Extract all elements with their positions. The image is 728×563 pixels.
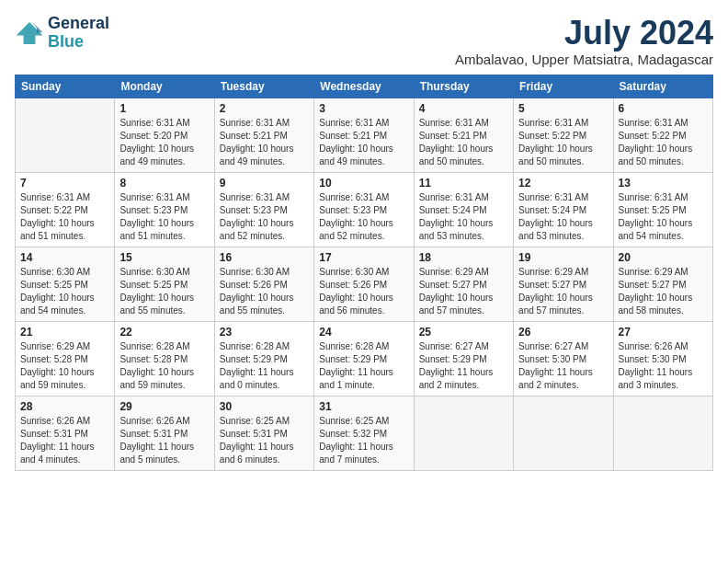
day-number: 23	[220, 326, 309, 339]
day-info: Sunrise: 6:29 AM Sunset: 5:27 PM Dayligh…	[419, 266, 508, 317]
day-info: Sunrise: 6:31 AM Sunset: 5:22 PM Dayligh…	[20, 191, 109, 243]
calendar-cell: 16Sunrise: 6:30 AM Sunset: 5:26 PM Dayli…	[214, 247, 313, 321]
calendar-week-3: 14Sunrise: 6:30 AM Sunset: 5:25 PM Dayli…	[16, 247, 713, 321]
calendar-cell: 13Sunrise: 6:31 AM Sunset: 5:25 PM Dayli…	[613, 172, 712, 247]
day-number: 20	[619, 251, 708, 264]
day-number: 22	[119, 326, 209, 339]
calendar-cell: 30Sunrise: 6:25 AM Sunset: 5:31 PM Dayli…	[214, 396, 313, 470]
day-header-sunday: Sunday	[16, 75, 115, 98]
day-info: Sunrise: 6:30 AM Sunset: 5:25 PM Dayligh…	[20, 266, 109, 317]
calendar-header-row: SundayMondayTuesdayWednesdayThursdayFrid…	[16, 75, 713, 98]
day-number: 11	[419, 177, 508, 190]
day-number: 15	[119, 251, 209, 264]
calendar-cell: 2Sunrise: 6:31 AM Sunset: 5:21 PM Daylig…	[214, 98, 313, 172]
day-info: Sunrise: 6:31 AM Sunset: 5:21 PM Dayligh…	[419, 117, 508, 168]
calendar-table: SundayMondayTuesdayWednesdayThursdayFrid…	[15, 75, 713, 471]
calendar-cell: 20Sunrise: 6:29 AM Sunset: 5:27 PM Dayli…	[613, 247, 712, 321]
day-header-wednesday: Wednesday	[314, 75, 414, 98]
calendar-cell: 7Sunrise: 6:31 AM Sunset: 5:22 PM Daylig…	[16, 172, 115, 247]
day-number: 21	[20, 326, 109, 339]
day-info: Sunrise: 6:27 AM Sunset: 5:29 PM Dayligh…	[419, 340, 508, 392]
day-header-monday: Monday	[115, 75, 214, 98]
page-header: General Blue July 2024 Ambalavao, Upper …	[15, 15, 713, 67]
day-number: 30	[220, 400, 309, 413]
day-info: Sunrise: 6:31 AM Sunset: 5:25 PM Dayligh…	[619, 191, 708, 243]
calendar-week-1: 1Sunrise: 6:31 AM Sunset: 5:20 PM Daylig…	[16, 98, 713, 172]
day-info: Sunrise: 6:31 AM Sunset: 5:23 PM Dayligh…	[119, 191, 209, 243]
day-info: Sunrise: 6:29 AM Sunset: 5:28 PM Dayligh…	[20, 340, 109, 392]
day-number: 26	[518, 326, 608, 339]
day-header-friday: Friday	[514, 75, 613, 98]
calendar-cell	[514, 396, 613, 470]
day-info: Sunrise: 6:31 AM Sunset: 5:22 PM Dayligh…	[518, 117, 608, 168]
day-info: Sunrise: 6:28 AM Sunset: 5:29 PM Dayligh…	[220, 340, 309, 392]
day-number: 14	[20, 251, 109, 264]
calendar-cell: 19Sunrise: 6:29 AM Sunset: 5:27 PM Dayli…	[514, 247, 613, 321]
day-number: 6	[619, 102, 708, 115]
day-info: Sunrise: 6:31 AM Sunset: 5:24 PM Dayligh…	[419, 191, 508, 243]
day-info: Sunrise: 6:26 AM Sunset: 5:31 PM Dayligh…	[119, 415, 209, 466]
calendar-cell: 27Sunrise: 6:26 AM Sunset: 5:30 PM Dayli…	[613, 321, 712, 396]
calendar-cell: 31Sunrise: 6:25 AM Sunset: 5:32 PM Dayli…	[314, 396, 414, 470]
calendar-cell: 15Sunrise: 6:30 AM Sunset: 5:25 PM Dayli…	[115, 247, 214, 321]
day-info: Sunrise: 6:27 AM Sunset: 5:30 PM Dayligh…	[518, 340, 608, 392]
day-number: 31	[319, 400, 408, 413]
day-number: 5	[518, 102, 608, 115]
calendar-cell	[414, 396, 513, 470]
day-number: 17	[319, 251, 408, 264]
day-info: Sunrise: 6:25 AM Sunset: 5:32 PM Dayligh…	[319, 415, 408, 466]
day-info: Sunrise: 6:30 AM Sunset: 5:26 PM Dayligh…	[220, 266, 309, 317]
day-number: 10	[319, 177, 408, 190]
day-info: Sunrise: 6:31 AM Sunset: 5:24 PM Dayligh…	[518, 191, 608, 243]
day-number: 7	[20, 177, 109, 190]
day-number: 8	[119, 177, 209, 190]
day-info: Sunrise: 6:26 AM Sunset: 5:30 PM Dayligh…	[619, 340, 708, 392]
logo: General Blue	[15, 15, 109, 52]
logo-icon	[15, 20, 44, 46]
day-info: Sunrise: 6:31 AM Sunset: 5:20 PM Dayligh…	[119, 117, 209, 168]
day-header-tuesday: Tuesday	[214, 75, 313, 98]
day-info: Sunrise: 6:30 AM Sunset: 5:25 PM Dayligh…	[119, 266, 209, 317]
day-number: 19	[518, 251, 608, 264]
day-number: 2	[220, 102, 309, 115]
calendar-cell: 29Sunrise: 6:26 AM Sunset: 5:31 PM Dayli…	[115, 396, 214, 470]
calendar-cell: 14Sunrise: 6:30 AM Sunset: 5:25 PM Dayli…	[16, 247, 115, 321]
day-info: Sunrise: 6:28 AM Sunset: 5:29 PM Dayligh…	[319, 340, 408, 392]
calendar-cell: 25Sunrise: 6:27 AM Sunset: 5:29 PM Dayli…	[414, 321, 513, 396]
day-info: Sunrise: 6:29 AM Sunset: 5:27 PM Dayligh…	[619, 266, 708, 317]
calendar-cell: 23Sunrise: 6:28 AM Sunset: 5:29 PM Dayli…	[214, 321, 313, 396]
calendar-cell: 17Sunrise: 6:30 AM Sunset: 5:26 PM Dayli…	[314, 247, 414, 321]
calendar-cell: 11Sunrise: 6:31 AM Sunset: 5:24 PM Dayli…	[414, 172, 513, 247]
calendar-cell: 18Sunrise: 6:29 AM Sunset: 5:27 PM Dayli…	[414, 247, 513, 321]
day-number: 9	[220, 177, 309, 190]
day-header-saturday: Saturday	[613, 75, 712, 98]
day-number: 18	[419, 251, 508, 264]
day-number: 3	[319, 102, 408, 115]
day-number: 12	[518, 177, 608, 190]
day-header-thursday: Thursday	[414, 75, 513, 98]
svg-marker-0	[17, 22, 43, 44]
day-number: 29	[119, 400, 209, 413]
month-year: July 2024	[455, 15, 713, 52]
calendar-cell: 10Sunrise: 6:31 AM Sunset: 5:23 PM Dayli…	[314, 172, 414, 247]
day-info: Sunrise: 6:31 AM Sunset: 5:23 PM Dayligh…	[319, 191, 408, 243]
day-number: 4	[419, 102, 508, 115]
day-number: 28	[20, 400, 109, 413]
day-number: 24	[319, 326, 408, 339]
calendar-cell: 12Sunrise: 6:31 AM Sunset: 5:24 PM Dayli…	[514, 172, 613, 247]
day-number: 13	[619, 177, 708, 190]
day-number: 16	[220, 251, 309, 264]
location: Ambalavao, Upper Matsiatra, Madagascar	[455, 52, 713, 67]
logo-text: General Blue	[48, 15, 109, 52]
day-number: 1	[119, 102, 209, 115]
day-info: Sunrise: 6:26 AM Sunset: 5:31 PM Dayligh…	[20, 415, 109, 466]
calendar-week-5: 28Sunrise: 6:26 AM Sunset: 5:31 PM Dayli…	[16, 396, 713, 470]
day-info: Sunrise: 6:31 AM Sunset: 5:21 PM Dayligh…	[319, 117, 408, 168]
day-info: Sunrise: 6:25 AM Sunset: 5:31 PM Dayligh…	[220, 415, 309, 466]
title-block: July 2024 Ambalavao, Upper Matsiatra, Ma…	[455, 15, 713, 67]
day-info: Sunrise: 6:31 AM Sunset: 5:21 PM Dayligh…	[220, 117, 309, 168]
calendar-week-4: 21Sunrise: 6:29 AM Sunset: 5:28 PM Dayli…	[16, 321, 713, 396]
calendar-cell: 26Sunrise: 6:27 AM Sunset: 5:30 PM Dayli…	[514, 321, 613, 396]
calendar-cell: 9Sunrise: 6:31 AM Sunset: 5:23 PM Daylig…	[214, 172, 313, 247]
calendar-cell: 24Sunrise: 6:28 AM Sunset: 5:29 PM Dayli…	[314, 321, 414, 396]
